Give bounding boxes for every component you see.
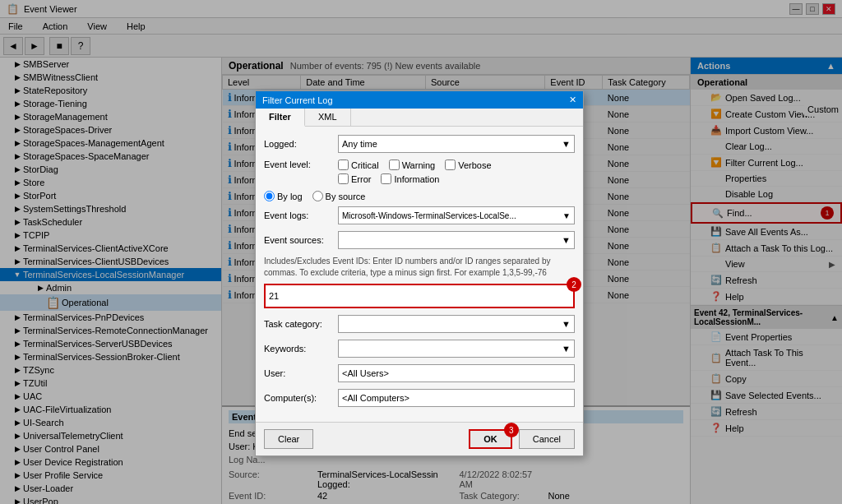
event-level-label: Event level: (264, 160, 338, 169)
tab-xml[interactable]: XML (305, 109, 351, 126)
event-logs-row: Event logs: Microsoft-Windows-TerminalSe… (264, 206, 575, 224)
cb-warning[interactable]: Warning (389, 160, 436, 170)
cb-error[interactable]: Error (338, 173, 371, 184)
radio-group: By log By source (264, 191, 575, 201)
checkbox-verbose[interactable] (445, 160, 456, 170)
computer-filter-label: Computer(s): (264, 393, 338, 403)
user-row: User: (264, 364, 575, 382)
event-sources-row: Event sources: ▼ (264, 231, 575, 249)
checkbox-critical[interactable] (338, 160, 349, 170)
task-cat-label: Task category: (264, 319, 338, 329)
cb-information[interactable]: Information (381, 173, 439, 184)
logged-dropdown-arrow: ▼ (562, 139, 571, 149)
radio-by-source[interactable]: By source (312, 191, 366, 201)
task-cat-dropdown[interactable]: ▼ (338, 315, 575, 333)
computer-filter-input[interactable] (338, 389, 575, 407)
task-cat-arrow: ▼ (562, 319, 571, 329)
cb-critical[interactable]: Critical (338, 160, 379, 170)
keywords-row: Keywords: ▼ (264, 340, 575, 358)
user-filter-label: User: (264, 368, 338, 378)
event-logs-label: Event logs: (264, 210, 338, 220)
keywords-label: Keywords: (264, 344, 338, 354)
keywords-arrow: ▼ (562, 344, 571, 354)
event-id-input[interactable] (264, 284, 575, 308)
event-sources-arrow: ▼ (562, 235, 571, 245)
checkbox-error[interactable] (338, 173, 349, 184)
event-sources-label: Event sources: (264, 235, 338, 245)
user-filter-input[interactable] (338, 364, 575, 382)
event-logs-arrow: ▼ (562, 211, 571, 220)
radio-bysource-input[interactable] (312, 191, 323, 201)
event-id-container: 2 (264, 284, 575, 308)
dialog-body: Logged: Any time ▼ Event level: Critical… (256, 127, 583, 422)
clear-button[interactable]: Clear (264, 429, 313, 449)
logged-label: Logged: (264, 139, 338, 149)
radio-bylog-input[interactable] (264, 191, 275, 201)
checkbox-information[interactable] (381, 173, 391, 184)
cancel-button[interactable]: Cancel (519, 429, 575, 449)
ok-button-container: OK 3 (469, 429, 512, 449)
computer-row: Computer(s): (264, 389, 575, 407)
includes-desc: Includes/Excludes Event IDs: Enter ID nu… (264, 256, 575, 279)
event-level-row: Event level: Critical Warning Verbose (264, 160, 575, 184)
keywords-dropdown[interactable]: ▼ (338, 340, 575, 358)
event-id-badge: 2 (567, 277, 581, 292)
tab-filter[interactable]: Filter (256, 109, 305, 127)
filter-dialog: Filter Current Log ✕ Filter XML Logged: … (255, 90, 584, 456)
dialog-footer: Clear OK 3 Cancel (256, 422, 583, 455)
logged-dropdown[interactable]: Any time ▼ (338, 135, 575, 153)
checkbox-warning[interactable] (389, 160, 400, 170)
cb-verbose[interactable]: Verbose (445, 160, 491, 170)
radio-by-log[interactable]: By log (264, 191, 303, 201)
ok-badge: 3 (504, 423, 519, 437)
task-category-row: Task category: ▼ (264, 315, 575, 333)
dialog-close[interactable]: ✕ (569, 95, 576, 105)
event-logs-dropdown[interactable]: Microsoft-Windows-TerminalServices-Local… (338, 206, 575, 224)
dialog-title: Filter Current Log ✕ (256, 91, 583, 109)
logged-row: Logged: Any time ▼ (264, 135, 575, 153)
dialog-tabs: Filter XML (256, 109, 583, 127)
event-sources-dropdown[interactable]: ▼ (338, 231, 575, 249)
